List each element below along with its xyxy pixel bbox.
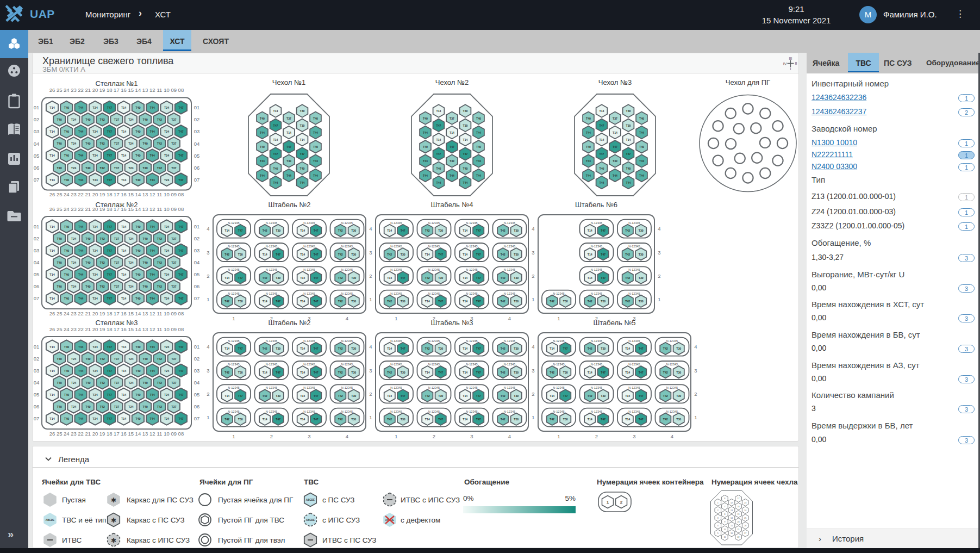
svg-text:T44: T44 bbox=[78, 393, 83, 396]
svg-text:N-12345: N-12345 bbox=[591, 386, 602, 389]
svg-text:T47: T47 bbox=[238, 276, 243, 279]
svg-text:T14: T14 bbox=[49, 345, 54, 349]
svg-text:T42: T42 bbox=[157, 357, 162, 361]
svg-text:T47: T47 bbox=[476, 418, 481, 421]
svg-text:10: 10 bbox=[164, 310, 170, 316]
svg-text:T30: T30 bbox=[514, 394, 519, 397]
svg-text:T44: T44 bbox=[260, 131, 265, 134]
svg-text:T30: T30 bbox=[238, 418, 243, 421]
svg-text:T14: T14 bbox=[600, 109, 604, 113]
svg-text:T24: T24 bbox=[71, 357, 76, 361]
svg-text:T14: T14 bbox=[49, 393, 54, 396]
svg-text:N-12345: N-12345 bbox=[628, 363, 640, 366]
svg-text:T42: T42 bbox=[387, 253, 392, 256]
svg-text:N-12345: N-12345 bbox=[466, 363, 477, 366]
svg-text:T47: T47 bbox=[178, 297, 183, 300]
svg-text:T30: T30 bbox=[238, 253, 243, 256]
svg-text:Пустая ячейка для ПГ: Пустая ячейка для ПГ bbox=[218, 496, 294, 504]
svg-text:T24: T24 bbox=[164, 393, 169, 396]
svg-text:T14: T14 bbox=[49, 106, 54, 109]
svg-text:2: 2 bbox=[369, 273, 372, 279]
svg-text:T47: T47 bbox=[178, 178, 183, 182]
svg-text:ABCDE: ABCDE bbox=[306, 499, 315, 501]
svg-text:3: 3 bbox=[308, 433, 310, 439]
svg-text:4: 4 bbox=[508, 315, 511, 321]
svg-text:T44: T44 bbox=[150, 106, 155, 109]
svg-text:11: 11 bbox=[157, 206, 162, 212]
svg-text:T37: T37 bbox=[171, 261, 176, 264]
svg-text:4: 4 bbox=[658, 226, 660, 232]
svg-text:T44: T44 bbox=[78, 154, 83, 157]
svg-text:15: 15 bbox=[731, 525, 733, 527]
svg-text:19: 19 bbox=[99, 326, 105, 332]
svg-text:T24: T24 bbox=[92, 249, 97, 252]
svg-text:3: 3 bbox=[207, 368, 209, 374]
svg-text:T47: T47 bbox=[107, 225, 112, 228]
svg-text:T24: T24 bbox=[92, 273, 97, 276]
svg-text:2: 2 bbox=[694, 391, 697, 397]
svg-text:T44: T44 bbox=[78, 249, 83, 252]
svg-text:06: 06 bbox=[194, 403, 200, 409]
svg-text:N-12345: N-12345 bbox=[428, 410, 440, 413]
svg-text:T14: T14 bbox=[463, 371, 467, 374]
svg-text:T47: T47 bbox=[238, 394, 243, 397]
svg-text:Пустая: Пустая bbox=[62, 496, 86, 504]
svg-text:N-12345: N-12345 bbox=[628, 245, 640, 248]
svg-text:T42: T42 bbox=[338, 418, 343, 421]
svg-text:16: 16 bbox=[121, 431, 127, 437]
svg-text:T44: T44 bbox=[423, 131, 428, 134]
svg-text:14: 14 bbox=[731, 517, 733, 519]
svg-text:24: 24 bbox=[64, 191, 70, 197]
svg-text:T44: T44 bbox=[78, 225, 83, 228]
svg-text:T42: T42 bbox=[338, 229, 343, 232]
svg-text:T42: T42 bbox=[663, 394, 668, 397]
svg-text:T14: T14 bbox=[121, 154, 126, 157]
svg-text:N-12345: N-12345 bbox=[428, 292, 440, 295]
svg-text:3: 3 bbox=[658, 250, 660, 256]
svg-text:25: 25 bbox=[744, 517, 746, 519]
svg-text:T40: T40 bbox=[57, 118, 62, 121]
svg-text:Чехол для ПГ: Чехол для ПГ bbox=[726, 78, 770, 86]
svg-text:T30: T30 bbox=[351, 300, 356, 303]
svg-text:26: 26 bbox=[49, 431, 55, 437]
svg-text:15: 15 bbox=[128, 191, 134, 197]
svg-text:T42: T42 bbox=[625, 229, 630, 232]
svg-text:12: 12 bbox=[149, 206, 155, 212]
svg-text:T40: T40 bbox=[85, 405, 90, 408]
svg-text:22: 22 bbox=[78, 310, 84, 316]
svg-text:T42: T42 bbox=[550, 371, 554, 374]
svg-text:T37: T37 bbox=[114, 405, 119, 408]
svg-text:N-12345: N-12345 bbox=[266, 245, 277, 248]
svg-text:11: 11 bbox=[724, 536, 726, 538]
svg-text:N-12345: N-12345 bbox=[591, 245, 602, 248]
svg-text:22: 22 bbox=[78, 87, 84, 93]
svg-text:T30: T30 bbox=[601, 300, 606, 303]
svg-text:15: 15 bbox=[128, 310, 134, 316]
svg-text:T44: T44 bbox=[313, 159, 318, 163]
svg-text:T40: T40 bbox=[135, 417, 140, 420]
svg-text:T30: T30 bbox=[463, 124, 468, 127]
svg-text:T30: T30 bbox=[401, 371, 405, 374]
svg-text:17: 17 bbox=[114, 310, 120, 316]
svg-text:T14: T14 bbox=[49, 249, 54, 252]
svg-text:T40: T40 bbox=[600, 167, 604, 170]
svg-text:N-12345: N-12345 bbox=[390, 221, 402, 225]
svg-text:T44: T44 bbox=[78, 106, 83, 109]
svg-text:T47: T47 bbox=[639, 347, 644, 350]
svg-text:T24: T24 bbox=[128, 166, 133, 170]
svg-text:T47: T47 bbox=[178, 273, 183, 276]
svg-text:T42: T42 bbox=[550, 300, 554, 303]
svg-text:15: 15 bbox=[128, 326, 134, 332]
svg-text:4: 4 bbox=[346, 433, 348, 439]
svg-text:N-12345: N-12345 bbox=[390, 268, 402, 271]
svg-text:T30: T30 bbox=[351, 371, 356, 374]
svg-text:N-12345: N-12345 bbox=[228, 221, 239, 225]
svg-text:T14: T14 bbox=[49, 369, 54, 372]
svg-text:ИТВС с ИПС СУЗ: ИТВС с ИПС СУЗ bbox=[401, 496, 460, 504]
svg-text:18: 18 bbox=[107, 326, 113, 332]
svg-text:T47: T47 bbox=[476, 276, 481, 279]
svg-text:08: 08 bbox=[178, 310, 184, 316]
svg-text:N-12345: N-12345 bbox=[390, 363, 402, 366]
svg-text:T24: T24 bbox=[71, 237, 76, 240]
svg-text:T42: T42 bbox=[338, 300, 343, 303]
